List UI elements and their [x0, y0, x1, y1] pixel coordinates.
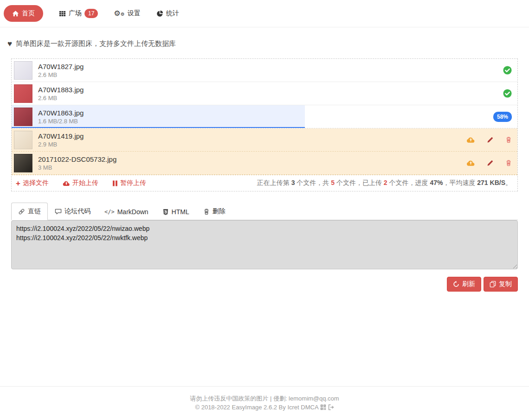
upload-success-icon [503, 89, 512, 98]
file-name: A70W1419.jpg [38, 132, 466, 140]
grid-icon [59, 10, 66, 17]
comment-icon [55, 208, 62, 215]
file-thumbnail [14, 131, 32, 149]
tab-label: 删除 [213, 207, 226, 216]
rename-file-button[interactable] [487, 159, 494, 166]
plus-icon: + [16, 179, 20, 187]
upload-progress-badge: 58% [493, 112, 512, 122]
output-area: https://i2.100024.xyz/2022/05/22/nwizao.… [11, 220, 518, 269]
trash-icon [203, 208, 210, 215]
file-thumbnail [14, 61, 32, 80]
tagline-text: 简单图床是一款开源图床，支持多文件上传无数据库 [16, 39, 176, 48]
cloud-upload-icon [63, 180, 70, 186]
pie-chart-icon [156, 10, 163, 17]
home-icon [12, 10, 19, 17]
file-list: A70W1827.jpg 2.6 MB [12, 59, 517, 175]
file-thumbnail [14, 84, 32, 103]
file-row: 20171022-DSC05732.jpg 3 MB [12, 152, 517, 175]
upload-panel: A70W1827.jpg 2.6 MB [11, 58, 518, 191]
copy-label: 复制 [499, 280, 512, 288]
gallery-count-badge: 17 [84, 9, 98, 18]
page-footer: 请勿上传违反中国政策的图片 | 侵删: lemomim@qq.com © 201… [0, 386, 529, 420]
footer-copyright-line: © 2018-2022 EasyImage 2.6.2 By Icret DMC… [0, 403, 529, 412]
delete-file-button[interactable] [505, 159, 512, 166]
start-upload-button[interactable]: 开始上传 [63, 179, 98, 187]
link-icon [18, 208, 25, 215]
nav-item-settings[interactable]: ⚙⚙ 设置 [114, 9, 140, 18]
copy-button[interactable]: 复制 [484, 277, 518, 292]
file-name: A70W1883.jpg [38, 85, 503, 94]
pause-icon [112, 180, 118, 186]
file-size: 2.6 MB [38, 71, 503, 79]
nav-item-statistics[interactable]: 统计 [156, 9, 179, 18]
nav-item-label: 统计 [166, 9, 179, 18]
tab-forum-code[interactable]: 论坛代码 [48, 203, 97, 220]
output-actions: 刷新 复制 [11, 277, 518, 292]
tab-markdown[interactable]: </> MarkDown [97, 204, 155, 220]
tab-direct-link[interactable]: 直链 [11, 203, 48, 220]
file-name: A70W1863.jpg [38, 108, 493, 117]
file-row: A70W1883.jpg 2.6 MB [12, 82, 517, 105]
copy-icon [490, 281, 496, 287]
html5-icon [162, 209, 169, 216]
tab-delete[interactable]: 删除 [196, 203, 232, 220]
file-name: A70W1827.jpg [38, 62, 503, 71]
file-name: 20171022-DSC05732.jpg [38, 155, 466, 164]
tab-label: HTML [172, 208, 189, 216]
code-icon: </> [104, 209, 115, 215]
file-row: A70W1863.jpg 1.6 MB/2.8 MB 58% [12, 105, 517, 128]
tab-html[interactable]: HTML [155, 204, 196, 220]
file-size: 2.9 MB [38, 140, 466, 148]
upload-file-button[interactable] [466, 136, 475, 143]
refresh-button[interactable]: 刷新 [447, 277, 481, 292]
file-row: A70W1827.jpg 2.6 MB [12, 59, 517, 82]
file-row: A70W1419.jpg 2.9 MB [12, 128, 517, 152]
select-files-button[interactable]: + 选择文件 [16, 179, 49, 187]
gears-icon: ⚙⚙ [114, 10, 124, 17]
nav-item-home[interactable]: 首页 [4, 5, 43, 22]
select-files-label: 选择文件 [23, 179, 49, 187]
pause-upload-button[interactable]: 暂停上传 [112, 179, 146, 187]
file-size: 2.6 MB [38, 94, 503, 102]
direct-link-output[interactable]: https://i2.100024.xyz/2022/05/22/nwizao.… [11, 220, 518, 269]
tab-label: MarkDown [117, 208, 148, 216]
file-thumbnail [14, 108, 32, 126]
output-tabs: 直链 论坛代码 </> MarkDown HTML [11, 203, 518, 220]
start-upload-label: 开始上传 [72, 179, 98, 187]
delete-file-button[interactable] [505, 136, 512, 143]
heart-icon: ♥ [7, 40, 12, 48]
nav-item-label: 设置 [128, 9, 141, 18]
nav-item-gallery[interactable]: 广场 17 [59, 9, 98, 18]
rename-file-button[interactable] [487, 136, 494, 143]
qr-code-icon[interactable] [320, 404, 326, 410]
upload-file-button[interactable] [466, 159, 475, 166]
pause-upload-label: 暂停上传 [120, 179, 146, 187]
footer-policy-line: 请勿上传违反中国政策的图片 | 侵删: lemomim@qq.com [0, 394, 529, 403]
nav-item-label: 首页 [22, 9, 35, 18]
file-thumbnail [14, 154, 32, 172]
top-navbar: 首页 广场 17 ⚙⚙ 设置 统计 [0, 0, 529, 27]
file-size: 1.6 MB/2.8 MB [38, 117, 493, 125]
footer-copyright-text: © 2018-2022 EasyImage 2.6.2 By Icret DMC… [195, 404, 318, 411]
upload-success-icon [503, 66, 512, 75]
refresh-label: 刷新 [462, 280, 475, 288]
upload-status-text: 正在上传第 3 个文件，共 5 个文件，已上传 2 个文件，进度 47%，平均速… [257, 179, 512, 187]
sign-out-icon[interactable] [328, 404, 334, 410]
tab-label: 论坛代码 [65, 207, 90, 216]
file-size: 3 MB [38, 164, 466, 172]
nav-item-label: 广场 [69, 9, 82, 18]
upload-toolbar: + 选择文件 开始上传 暂停上传 正在上传第 3 个文件，共 5 个文件，已上传… [12, 175, 517, 191]
site-tagline: ♥ 简单图床是一款开源图床，支持多文件上传无数据库 [0, 27, 529, 58]
tab-label: 直链 [28, 207, 41, 216]
refresh-icon [453, 281, 459, 287]
